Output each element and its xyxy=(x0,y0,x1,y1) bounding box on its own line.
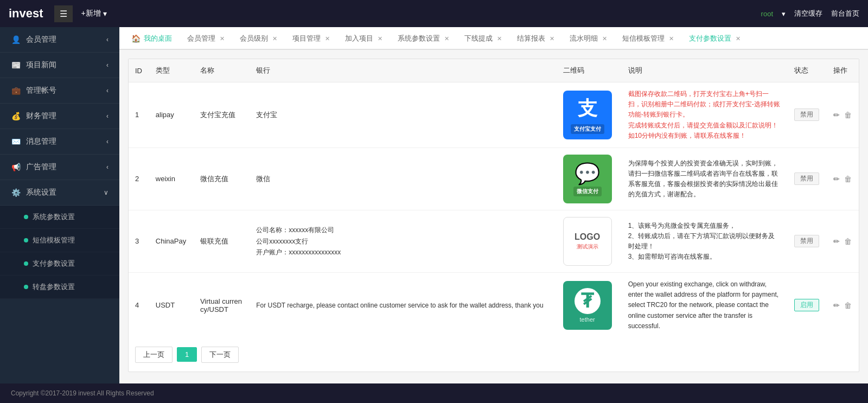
cell-qr: 支 支付宝支付 xyxy=(557,82,622,148)
sidebar-sub-label-sys-param: 系统参数设置 xyxy=(33,212,75,222)
tab-pay-param[interactable]: 支付参数设置 ✕ xyxy=(681,27,748,50)
chevron-icon: ‹ xyxy=(106,112,108,120)
cell-id: 2 xyxy=(129,148,149,210)
sidebar-item-wheel-param[interactable]: 转盘参数设置 xyxy=(0,276,119,299)
wechat-icon: 💬 xyxy=(575,162,600,185)
close-tab-icon[interactable]: ✕ xyxy=(736,35,741,42)
next-page-button[interactable]: 下一页 xyxy=(201,347,239,363)
cell-id: 3 xyxy=(129,210,149,272)
cell-qr: ₮ tether xyxy=(557,272,622,337)
sidebar-item-message[interactable]: ✉️ 消息管理 ‹ xyxy=(0,129,119,155)
delete-button[interactable]: 🗑 xyxy=(844,175,852,183)
sidebar-sub-menu: 系统参数设置 短信模板管理 支付参数设置 转盘参数设置 xyxy=(0,206,119,299)
qr-alipay-image: 支 支付宝支付 xyxy=(563,91,612,139)
delete-button[interactable]: 🗑 xyxy=(844,237,852,246)
add-new-button[interactable]: +新增 ▾ xyxy=(81,9,107,18)
tab-join-project[interactable]: 加入项目 ✕ xyxy=(337,27,390,50)
sidebar-sub-label-wheel-param: 转盘参数设置 xyxy=(33,282,75,292)
close-tab-icon[interactable]: ✕ xyxy=(272,35,277,42)
data-table-container: ID 类型 名称 银行 二维码 说明 状态 操作 1 xyxy=(128,59,859,372)
settings-icon: ⚙️ xyxy=(11,188,21,197)
status-badge: 禁用 xyxy=(794,108,819,121)
edit-button[interactable]: ✏ xyxy=(833,111,840,119)
edit-button[interactable]: ✏ xyxy=(833,237,840,246)
tab-label-project-mgmt: 项目管理 xyxy=(292,34,321,43)
sidebar-label-settings: 系统设置 xyxy=(26,188,56,197)
sidebar-item-pay-param[interactable]: 支付参数设置 xyxy=(0,252,119,276)
cell-bank: 微信 xyxy=(250,148,556,210)
chevron-icon: ‹ xyxy=(106,87,108,94)
sidebar-item-ads[interactable]: 📢 广告管理 ‹ xyxy=(0,155,119,180)
close-tab-icon[interactable]: ✕ xyxy=(325,35,330,42)
col-name: 名称 xyxy=(194,59,250,82)
cell-desc: 为保障每个投资人的投资资金准确无误，实时到账，请扫一扫微信客服二维码或者咨询平台… xyxy=(622,148,788,210)
table-row: 3 ChinaPay 银联充值 公司名称：xxxxxx有限公司 公司xxxxxx… xyxy=(129,210,859,272)
sidebar-label-member: 会员管理 xyxy=(26,35,56,44)
cell-name: 银联充值 xyxy=(194,210,250,272)
tab-member-level[interactable]: 会员级别 ✕ xyxy=(232,27,285,50)
finance-icon: 💰 xyxy=(11,111,21,121)
delete-button[interactable]: 🗑 xyxy=(844,301,852,310)
qr-usdt-image: ₮ tether xyxy=(563,281,612,330)
tab-label-member-mgmt: 会员管理 xyxy=(187,34,215,43)
payments-table: ID 类型 名称 银行 二维码 说明 状态 操作 1 xyxy=(129,59,859,338)
close-tab-icon[interactable]: ✕ xyxy=(669,35,674,42)
alipay-label: 支付宝支付 xyxy=(571,124,604,134)
chevron-icon: ‹ xyxy=(106,163,108,171)
main-content: 🏠 我的桌面 会员管理 ✕ 会员级别 ✕ 项目管理 ✕ 加入项目 ✕ 系统参数设… xyxy=(119,27,868,383)
cell-type: USDT xyxy=(149,272,194,337)
close-tab-icon[interactable]: ✕ xyxy=(602,35,607,42)
col-qr: 二维码 xyxy=(557,59,622,82)
tab-settlement[interactable]: 结算报表 ✕ xyxy=(509,27,562,50)
tether-icon: ₮ xyxy=(575,288,601,314)
news-icon: 📰 xyxy=(11,60,21,70)
qr-china-image: LOGO 测试演示 xyxy=(563,217,612,266)
close-tab-icon[interactable]: ✕ xyxy=(497,35,502,42)
tab-dashboard[interactable]: 🏠 我的桌面 xyxy=(124,27,180,50)
close-tab-icon[interactable]: ✕ xyxy=(378,35,382,42)
cell-id: 4 xyxy=(129,272,149,337)
tab-label-settlement: 结算报表 xyxy=(517,34,545,43)
sidebar-item-settings[interactable]: ⚙️ 系统设置 ∨ xyxy=(0,180,119,206)
sidebar-sub-label-pay-param: 支付参数设置 xyxy=(33,259,75,268)
logo-text: LOGO xyxy=(575,232,600,242)
cell-bank: For USDT recharge, please contact online… xyxy=(250,272,556,337)
chevron-icon: ‹ xyxy=(106,138,108,145)
cell-status: 禁用 xyxy=(788,148,827,210)
tab-project-mgmt[interactable]: 项目管理 ✕ xyxy=(285,27,337,50)
top-header: invest ☰ +新增 ▾ root ▾ 清空缓存 前台首页 xyxy=(0,0,868,27)
sidebar-label-project-news: 项目新闻 xyxy=(26,60,56,70)
tab-member-mgmt[interactable]: 会员管理 ✕ xyxy=(180,27,232,50)
tab-downline[interactable]: 下线提成 ✕ xyxy=(457,27,509,50)
sidebar-sub-label-sms-tpl: 短信模板管理 xyxy=(33,235,75,245)
dot-icon xyxy=(24,215,28,219)
tab-label-flow-detail: 流水明细 xyxy=(570,34,598,43)
sidebar-item-sys-param[interactable]: 系统参数设置 xyxy=(0,206,119,229)
status-badge: 启用 xyxy=(794,299,819,311)
tether-label: tether xyxy=(580,316,595,323)
sidebar-item-account-mgmt[interactable]: 💼 管理帐号 ‹ xyxy=(0,78,119,104)
sidebar-item-finance[interactable]: 💰 财务管理 ‹ xyxy=(0,104,119,129)
tabs-bar: 🏠 我的桌面 会员管理 ✕ 会员级别 ✕ 项目管理 ✕ 加入项目 ✕ 系统参数设… xyxy=(119,27,868,50)
front-page-link[interactable]: 前台首页 xyxy=(831,9,859,18)
clear-cache-link[interactable]: 清空缓存 xyxy=(794,9,822,18)
cell-status: 禁用 xyxy=(788,82,827,148)
tab-sys-param[interactable]: 系统参数设置 ✕ xyxy=(390,27,457,50)
close-tab-icon[interactable]: ✕ xyxy=(550,35,554,42)
sidebar-item-member-mgmt[interactable]: 👤 会员管理 ‹ xyxy=(0,27,119,53)
sidebar-item-project-news[interactable]: 📰 项目新闻 ‹ xyxy=(0,53,119,78)
close-tab-icon[interactable]: ✕ xyxy=(220,35,225,42)
cell-name: Virtual currency/USDT xyxy=(194,272,250,337)
sidebar-item-sms-tpl[interactable]: 短信模板管理 xyxy=(0,229,119,252)
chevron-icon: ‹ xyxy=(106,61,108,69)
cell-qr: 💬 微信支付 xyxy=(557,148,622,210)
page-1-button[interactable]: 1 xyxy=(177,347,197,362)
tab-sms-tpl[interactable]: 短信模板管理 ✕ xyxy=(615,27,681,50)
edit-button[interactable]: ✏ xyxy=(833,301,840,310)
close-tab-icon[interactable]: ✕ xyxy=(444,35,449,42)
menu-toggle-button[interactable]: ☰ xyxy=(54,5,73,22)
tab-flow-detail[interactable]: 流水明细 ✕ xyxy=(562,27,615,50)
edit-button[interactable]: ✏ xyxy=(833,175,840,183)
prev-page-button[interactable]: 上一页 xyxy=(135,347,173,363)
delete-button[interactable]: 🗑 xyxy=(844,111,852,119)
